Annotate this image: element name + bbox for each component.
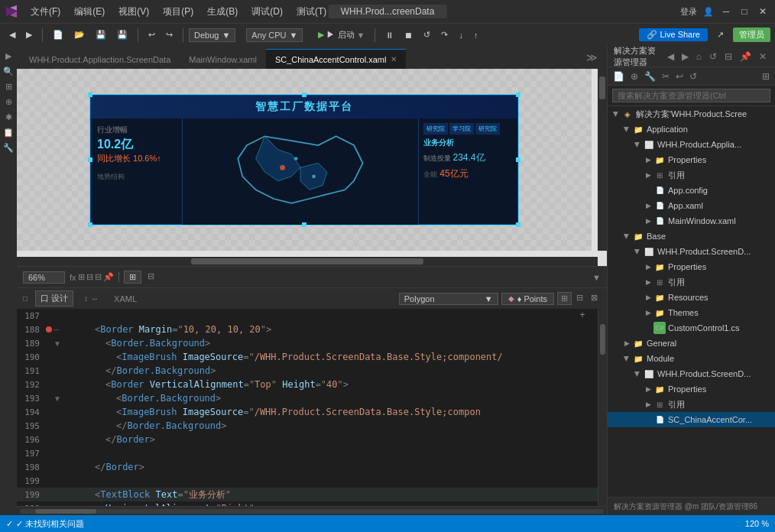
se-icon-7[interactable]: ⊞ bbox=[760, 70, 772, 83]
element-selector-dropdown[interactable]: Polygon ▼ bbox=[399, 293, 498, 305]
menu-test[interactable]: 测试(T) bbox=[290, 4, 332, 20]
se-icon-5[interactable]: ↩ bbox=[673, 70, 686, 83]
se-icon-4[interactable]: ✂ bbox=[660, 70, 672, 83]
restore-button[interactable]: □ bbox=[738, 5, 751, 18]
menu-debug[interactable]: 调试(D) bbox=[245, 4, 289, 20]
panel-icon-back[interactable]: ◀ bbox=[665, 50, 676, 63]
tab-close-chinaaccent[interactable]: ✕ bbox=[391, 55, 397, 63]
tab-mainwindow[interactable]: MainWindow.xaml bbox=[180, 49, 266, 69]
sidebar-icon-7[interactable]: 🔧 bbox=[2, 141, 15, 154]
toolbar-debug-5[interactable]: ↓ bbox=[454, 28, 468, 41]
pin-btn[interactable]: 📌 bbox=[103, 272, 114, 282]
code-vscrollbar[interactable] bbox=[598, 309, 607, 506]
xaml-view-btn[interactable]: XAML bbox=[109, 293, 141, 305]
tree-item-mainwindow[interactable]: ▶ 📄 MainWindow.xaml bbox=[608, 213, 775, 229]
zoom-fit-btn[interactable]: fx bbox=[70, 273, 76, 282]
tree-item-module[interactable]: ▶ 📁 Module bbox=[608, 351, 775, 366]
toolbar-debug-6[interactable]: ↑ bbox=[469, 28, 483, 41]
snap-btn[interactable]: ⊟ bbox=[86, 272, 93, 282]
toolbar-debug-3[interactable]: ↺ bbox=[419, 28, 435, 41]
code-hscrollbar[interactable] bbox=[17, 506, 607, 515]
tree-item-ref-module[interactable]: ▶ ⊞ 引用 bbox=[608, 397, 775, 412]
panel-icon-collapse[interactable]: ⊟ bbox=[722, 50, 734, 63]
rulers-btn[interactable]: ⊟ bbox=[95, 272, 102, 282]
tree-item-whh-applia[interactable]: ▶ ⬜ WHH.Product.Applia... bbox=[608, 137, 775, 152]
debug-config-dropdown[interactable]: Debug ▼ bbox=[189, 28, 235, 42]
tree-item-props-module[interactable]: ▶ 📁 Properties bbox=[608, 381, 775, 397]
view-expand-btn[interactable]: ⊞ bbox=[124, 271, 141, 284]
expand-all-btn[interactable]: ▼ bbox=[592, 273, 601, 282]
view-collapse-btn[interactable]: ⊟ bbox=[143, 271, 159, 284]
layout-btn-1[interactable]: ⊞ bbox=[557, 292, 572, 305]
tree-item-props-1[interactable]: ▶ 📁 Properties bbox=[608, 152, 775, 167]
tab-screendata[interactable]: WHH.Product.Appliaction.ScreenData bbox=[20, 49, 180, 69]
start-button[interactable]: ▶ ▶ 启动 ▼ bbox=[313, 28, 369, 42]
solution-search-input[interactable] bbox=[612, 89, 770, 102]
menu-build[interactable]: 生成(B) bbox=[201, 4, 244, 20]
menu-project[interactable]: 项目(P) bbox=[157, 4, 199, 20]
toolbar-btn-back[interactable]: ◀ bbox=[5, 28, 20, 41]
toolbar-debug-2[interactable]: ⏹ bbox=[400, 28, 417, 41]
tree-root[interactable]: ▶ ◈ 解决方案'WHH.Product.Scree bbox=[608, 106, 775, 122]
toolbar-open[interactable]: 📂 bbox=[70, 28, 89, 41]
close-button[interactable]: ✕ bbox=[757, 5, 769, 18]
se-icon-3[interactable]: 🔧 bbox=[642, 70, 658, 83]
se-icon-6[interactable]: ↺ bbox=[687, 70, 699, 83]
code-lines[interactable]: 187 188 ─ <Border Margin="10, 20, 10, 20… bbox=[17, 309, 598, 506]
toolbar-new[interactable]: 📄 bbox=[48, 28, 68, 41]
tree-item-application[interactable]: ▶ 📁 Application bbox=[608, 122, 775, 137]
toolbar-saveall[interactable]: 💾 bbox=[112, 28, 132, 41]
feedback-btn[interactable]: ↗ bbox=[712, 28, 728, 41]
login-button[interactable]: 登录 bbox=[680, 6, 697, 18]
zoom-indicator[interactable]: 66% bbox=[23, 271, 65, 284]
se-icon-1[interactable]: 📄 bbox=[611, 70, 627, 83]
tree-item-whh-module[interactable]: ▶ ⬜ WHH.Product.ScreenD... bbox=[608, 366, 775, 381]
tree-item-ref-1[interactable]: ▶ ⊞ 引用 bbox=[608, 167, 775, 183]
tree-item-general[interactable]: ▶ 📁 General bbox=[608, 336, 775, 351]
sidebar-icon-6[interactable]: 📋 bbox=[2, 125, 15, 139]
sidebar-icon-4[interactable]: ⊕ bbox=[2, 95, 15, 109]
toolbar-save[interactable]: 💾 bbox=[91, 28, 111, 41]
design-hscrollbar[interactable] bbox=[17, 257, 598, 266]
sidebar-icon-1[interactable]: ▶ bbox=[2, 49, 15, 63]
tree-item-props-base[interactable]: ▶ 📁 Properties bbox=[608, 259, 775, 274]
tree-item-appxaml[interactable]: ▶ 📄 App.xaml bbox=[608, 198, 775, 213]
tree-item-customcontrol[interactable]: ▶ C# CustomControl1.cs bbox=[608, 320, 775, 336]
tree-item-sc-china[interactable]: ▶ 📄 SC_ChinaAccentCor... bbox=[608, 412, 775, 427]
panel-icon-fwd[interactable]: ▶ bbox=[679, 50, 691, 63]
layout-btn-3[interactable]: ⊠ bbox=[588, 292, 601, 305]
sidebar-icon-2[interactable]: 🔍 bbox=[2, 64, 15, 78]
live-share-button[interactable]: 🔗 Live Share bbox=[639, 28, 708, 41]
design-vscrollbar[interactable] bbox=[598, 69, 607, 251]
design-view-btn[interactable]: 口 设计 bbox=[35, 290, 73, 307]
manage-button[interactable]: 管理员 bbox=[733, 28, 770, 42]
menu-file[interactable]: 文件(F) bbox=[24, 4, 66, 20]
se-icon-2[interactable]: ⊕ bbox=[628, 70, 640, 83]
tree-item-ref-base[interactable]: ▶ ⊞ 引用 bbox=[608, 274, 775, 290]
sidebar-icon-5[interactable]: ✱ bbox=[2, 110, 15, 124]
panel-icon-home[interactable]: ⌂ bbox=[694, 50, 704, 63]
panel-pin[interactable]: 📌 bbox=[738, 50, 754, 63]
tree-item-base[interactable]: ▶ 📁 Base bbox=[608, 229, 775, 244]
toolbar-undo[interactable]: ↩ bbox=[144, 28, 160, 41]
toolbar-debug-4[interactable]: ↷ bbox=[436, 28, 452, 41]
tree-item-themes[interactable]: ▶ 📁 Themes bbox=[608, 305, 775, 320]
panel-close[interactable]: ✕ bbox=[757, 50, 769, 63]
points-selector[interactable]: ◆ ♦ Points bbox=[501, 293, 554, 305]
tree-item-whh-base[interactable]: ▶ ⬜ WHH.Product.ScreenD... bbox=[608, 244, 775, 259]
add-line-btn[interactable]: + bbox=[576, 309, 589, 321]
toolbar-redo[interactable]: ↪ bbox=[161, 28, 177, 41]
tab-overflow-menu[interactable]: ≫ bbox=[580, 51, 604, 63]
menu-view[interactable]: 视图(V) bbox=[112, 4, 155, 20]
menu-edit[interactable]: 编辑(E) bbox=[68, 4, 111, 20]
minimize-button[interactable]: ─ bbox=[720, 5, 732, 18]
tree-item-appconfig[interactable]: ▶ 📄 App.config bbox=[608, 183, 775, 198]
toolbar-btn-fwd[interactable]: ▶ bbox=[21, 28, 37, 41]
tree-view[interactable]: ▶ ◈ 解决方案'WHH.Product.Scree ▶ 📁 Applicati… bbox=[608, 106, 775, 497]
toolbar-debug-1[interactable]: ⏸ bbox=[381, 28, 398, 41]
sidebar-icon-3[interactable]: ⊞ bbox=[2, 79, 15, 93]
layout-btn-2[interactable]: ⊟ bbox=[573, 292, 586, 305]
tab-chinaaccent[interactable]: SC_ChinaAccentControl.xaml ✕ bbox=[266, 49, 407, 69]
cpu-dropdown[interactable]: Any CPU ▼ bbox=[246, 28, 303, 42]
tree-item-resources[interactable]: ▶ 📁 Resources bbox=[608, 290, 775, 305]
